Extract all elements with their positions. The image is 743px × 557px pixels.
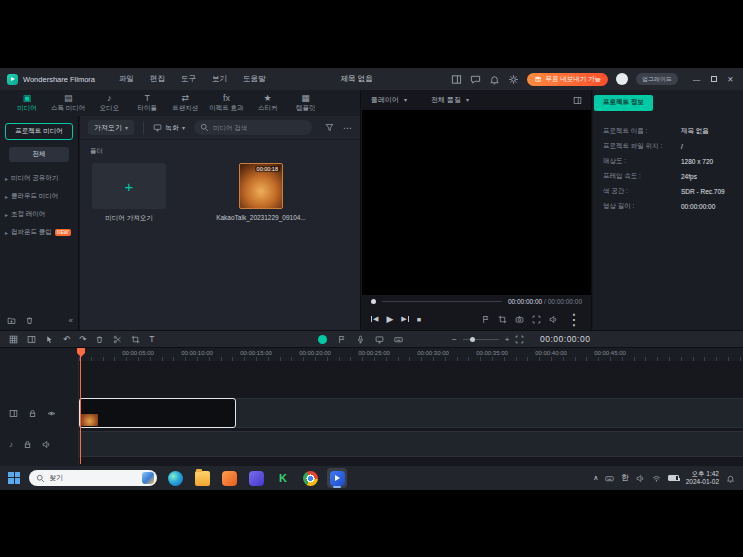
snapshot-icon[interactable] <box>515 315 524 324</box>
fullscreen-icon[interactable] <box>532 315 541 324</box>
keyboard-icon[interactable] <box>605 474 614 483</box>
eye-icon[interactable] <box>47 409 56 418</box>
menu-tools[interactable]: 도구 <box>173 68 204 90</box>
new-folder-icon[interactable] <box>7 316 16 325</box>
speaker-icon[interactable] <box>42 440 51 449</box>
adjust-panel-icon[interactable] <box>27 335 36 344</box>
tab-transitions[interactable]: ⇄ 트랜지션 <box>166 93 204 113</box>
zoom-slider[interactable] <box>463 339 499 340</box>
upgrade-button[interactable]: 업그레이드 <box>636 73 678 85</box>
delete-icon[interactable] <box>95 335 104 344</box>
play-button[interactable]: ▶ <box>386 314 393 324</box>
taskbar-search[interactable]: 찾기 <box>29 470 157 486</box>
player-dropdown[interactable]: 플레이어 <box>371 95 399 105</box>
zoom-in-icon[interactable]: + <box>505 335 510 344</box>
audio-mixer-icon[interactable] <box>394 335 403 344</box>
quality-dropdown[interactable]: 전체 품질 <box>431 95 461 105</box>
mark-in-out-icon[interactable] <box>481 315 490 324</box>
taskbar-chrome[interactable] <box>300 468 320 488</box>
stop-button[interactable]: ■ <box>417 316 421 323</box>
tab-templates[interactable]: ▦ 템플릿 <box>287 93 325 113</box>
collapse-sidebar-icon[interactable]: « <box>69 316 73 325</box>
notification-icon[interactable] <box>489 74 500 85</box>
tab-titles[interactable]: T 타이틀 <box>128 93 166 113</box>
audio-track-lane[interactable] <box>79 431 743 457</box>
menu-help[interactable]: 도움말 <box>235 68 274 90</box>
undo-icon[interactable]: ↶ <box>63 334 70 344</box>
preview-viewport[interactable] <box>362 110 591 295</box>
sidebar-item-shared-media[interactable]: ▸ 미디어 공유하기 <box>0 169 78 187</box>
scrubber-track[interactable] <box>382 301 502 302</box>
voiceover-record-button[interactable] <box>318 335 327 344</box>
import-drop-zone[interactable]: + <box>92 163 166 209</box>
tab-project-info[interactable]: 프로젝트 정보 <box>594 95 653 111</box>
tab-stickers[interactable]: ★ 스티커 <box>249 93 287 113</box>
taskbar-app-orange[interactable] <box>219 468 239 488</box>
taskbar-filmora[interactable] <box>327 468 347 488</box>
media-bin-icon[interactable] <box>9 335 18 344</box>
media-search-input[interactable] <box>213 124 306 131</box>
menu-view[interactable]: 보기 <box>204 68 235 90</box>
track-lanes[interactable] <box>79 361 743 466</box>
sidebar-item-compound-clip[interactable]: ▸ 컴파운드 클립 NEW <box>0 223 78 241</box>
zoom-out-icon[interactable]: − <box>452 335 457 344</box>
zoom-slider-handle[interactable] <box>470 337 475 342</box>
tab-effects[interactable]: fx 이펙트 효과 <box>204 93 248 113</box>
screen-record-icon[interactable] <box>375 335 384 344</box>
ruler-scale[interactable]: 00:00:05:00 00:00:10:00 00:00:15:00 00:0… <box>79 348 743 361</box>
playhead-line[interactable] <box>80 348 81 464</box>
close-button[interactable]: ✕ <box>722 68 739 90</box>
menu-edit[interactable]: 편집 <box>142 68 173 90</box>
taskbar-clock[interactable]: 오후 1:42 2024-01-02 <box>686 470 719 487</box>
taskbar-app-purple[interactable] <box>246 468 266 488</box>
delete-icon[interactable] <box>25 316 34 325</box>
menu-file[interactable]: 파일 <box>111 68 142 90</box>
media-search-box[interactable] <box>194 120 312 135</box>
volume-icon[interactable] <box>549 315 558 324</box>
crop-preview-icon[interactable] <box>498 315 507 324</box>
tab-stock-media[interactable]: ▤ 스톡 미디어 <box>46 93 90 113</box>
taskbar-edge[interactable] <box>165 468 185 488</box>
sidebar-item-cloud-media[interactable]: ▸ 클라우드 미디어 <box>0 187 78 205</box>
sidebar-project-media[interactable]: 프로젝트 미디어 <box>5 123 73 140</box>
redo-icon[interactable]: ↷ <box>79 334 86 344</box>
taskbar-file-explorer[interactable] <box>192 468 212 488</box>
select-tool-icon[interactable] <box>45 335 54 344</box>
hidden-icons-chevron[interactable]: ∧ <box>593 474 598 482</box>
maximize-button[interactable] <box>705 68 722 90</box>
lock-icon[interactable] <box>23 440 32 449</box>
import-media-tile[interactable]: + 미디어 가져오기 <box>92 163 166 223</box>
settings-icon[interactable] <box>508 74 519 85</box>
feedback-icon[interactable] <box>470 74 481 85</box>
sidebar-item-all[interactable]: 전체 <box>9 147 69 162</box>
lock-icon[interactable] <box>28 409 37 418</box>
detach-player-icon[interactable] <box>573 96 582 105</box>
taskbar-app-k[interactable]: K <box>273 468 293 488</box>
timeline-ruler[interactable]: 00:00:05:00 00:00:10:00 00:00:15:00 00:0… <box>0 348 743 361</box>
layout-icon[interactable] <box>451 74 462 85</box>
volume-icon[interactable] <box>636 474 645 483</box>
network-icon[interactable] <box>652 474 661 483</box>
tab-media[interactable]: ▣ 미디어 <box>8 93 46 113</box>
sidebar-item-adjustment-layer[interactable]: ▸ 조정 레이어 <box>0 205 78 223</box>
minimize-button[interactable]: — <box>688 68 705 90</box>
record-button[interactable]: 녹화 ▾ <box>153 123 185 133</box>
media-clip-thumbnail[interactable]: 00:00:18 <box>239 163 283 209</box>
scrubber-handle[interactable] <box>371 299 376 304</box>
more-options-icon[interactable]: ⋮ <box>566 310 582 329</box>
filter-icon[interactable] <box>325 123 334 132</box>
account-avatar[interactable] <box>616 73 628 85</box>
split-icon[interactable] <box>113 335 122 344</box>
notification-center-icon[interactable] <box>726 474 735 483</box>
more-options-icon[interactable]: ⋯ <box>343 123 352 133</box>
free-export-badge[interactable]: 무료 내보내기 가능 <box>527 73 608 86</box>
crop-icon[interactable] <box>131 335 140 344</box>
timeline-video-clip[interactable] <box>79 398 236 428</box>
media-clip-tile[interactable]: 00:00:18 KakaoTalk_20231229_09104... <box>211 163 311 221</box>
ime-indicator[interactable]: 한 <box>621 473 629 483</box>
import-button[interactable]: 가져오기 ▾ <box>88 120 134 135</box>
battery-icon[interactable] <box>668 475 679 481</box>
next-frame-button[interactable]: ▶ <box>401 315 408 323</box>
tab-audio[interactable]: ♪ 오디오 <box>90 93 128 113</box>
text-tool-icon[interactable]: T <box>149 334 154 344</box>
